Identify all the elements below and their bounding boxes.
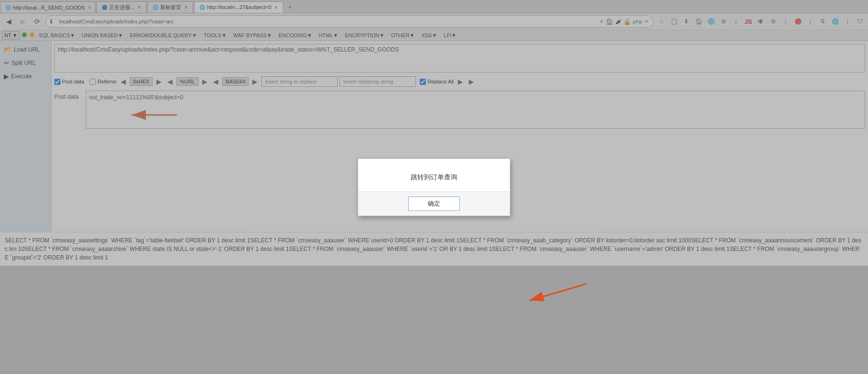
dialog: 跳转到订单查询 确定 (358, 158, 510, 216)
dialog-message: 跳转到订单查询 (411, 173, 457, 181)
dialog-body: 跳转到订单查询 (358, 159, 510, 192)
dialog-overlay: 跳转到订单查询 确定 (0, 0, 868, 266)
dialog-confirm-button[interactable]: 确定 (408, 197, 460, 211)
dialog-footer: 确定 (358, 192, 510, 216)
